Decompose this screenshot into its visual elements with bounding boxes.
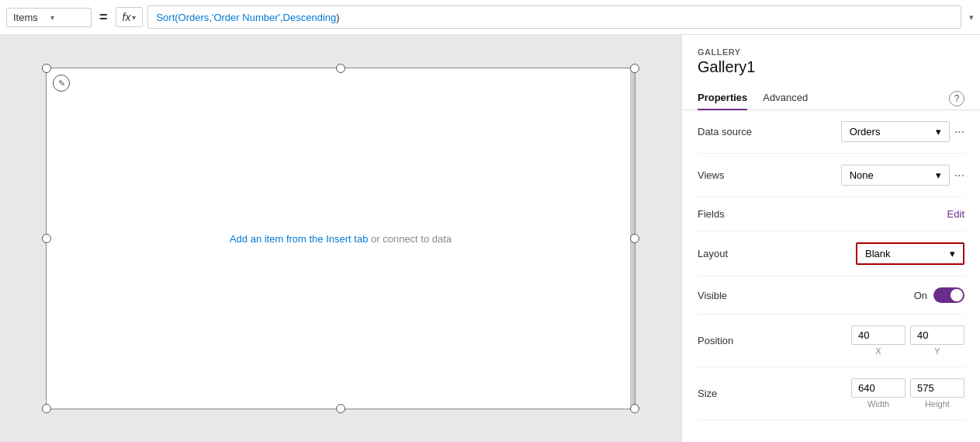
fx-button[interactable]: fx ▾ — [116, 7, 144, 27]
position-inputs: X Y — [791, 325, 964, 356]
position-x-input[interactable] — [851, 325, 906, 345]
properties-content: Data source Orders ▾ ··· Views None ▾ — [682, 110, 980, 442]
prop-row-datasource: Data source Orders ▾ ··· — [698, 110, 964, 154]
datasource-value: Orders — [850, 126, 881, 137]
views-dropdown[interactable]: None ▾ — [841, 165, 950, 186]
size-label: Size — [698, 388, 791, 399]
layout-dropdown[interactable]: Blank ▾ — [856, 242, 964, 265]
handle-middle-left[interactable] — [42, 234, 51, 243]
prop-row-fields: Fields Edit — [698, 197, 964, 231]
equals-sign: = — [96, 9, 111, 26]
datasource-dropdown[interactable]: Orders ▾ — [841, 121, 950, 142]
fx-label: fx — [123, 11, 131, 23]
tabs-row: Properties Advanced — [682, 85, 980, 110]
position-label: Position — [698, 335, 791, 346]
position-control: X Y — [791, 325, 964, 356]
position-x-label: X — [875, 346, 881, 356]
items-dropdown[interactable]: Items ▾ — [6, 8, 92, 27]
formula-close: ) — [336, 12, 339, 23]
fields-label: Fields — [698, 208, 791, 220]
gallery-placeholder: Add an item from the Insert tab or conne… — [230, 233, 452, 245]
size-width-label: Width — [867, 399, 889, 409]
gallery-widget[interactable]: ✎ Add an item from the Insert tab or con… — [46, 68, 635, 409]
fields-edit-link[interactable]: Edit — [947, 208, 964, 220]
panel-title: Gallery1 — [698, 58, 964, 76]
size-width-group: Width — [851, 378, 906, 409]
handle-bottom-left[interactable] — [42, 404, 51, 413]
visible-control: On — [791, 287, 964, 303]
prop-row-layout: Layout Blank ▾ — [698, 231, 964, 277]
size-height-label: Height — [925, 399, 950, 409]
layout-chevron-icon: ▾ — [950, 248, 955, 259]
position-y-input[interactable] — [910, 325, 964, 345]
layout-label: Layout — [698, 248, 791, 259]
datasource-label: Data source — [698, 126, 791, 137]
size-inputs: Width Height — [791, 378, 964, 409]
fields-control: Edit — [791, 208, 964, 220]
visible-toggle[interactable] — [933, 287, 964, 303]
prop-row-position: Position X Y — [698, 315, 964, 367]
tab-advanced[interactable]: Advanced — [763, 85, 808, 110]
handle-top-left[interactable] — [42, 64, 51, 73]
views-label: Views — [698, 169, 791, 181]
top-bar: Items ▾ = fx ▾ Sort( Orders, 'Order Numb… — [0, 0, 980, 35]
formula-bar-chevron-icon: ▾ — [969, 12, 974, 23]
fx-chevron-icon: ▾ — [132, 13, 136, 22]
formula-bar[interactable]: Sort( Orders, 'Order Number', Descending… — [147, 5, 961, 29]
right-panel: GALLERY Gallery1 ? Properties Advanced D… — [681, 35, 980, 442]
views-value: None — [850, 169, 874, 181]
formula-descending: Descending — [283, 12, 337, 23]
placeholder-link[interactable]: Add an item from the Insert tab — [230, 233, 368, 245]
main-content: ✎ Add an item from the Insert tab or con… — [0, 35, 980, 442]
prop-row-views: Views None ▾ ··· — [698, 154, 964, 197]
handle-top-center[interactable] — [336, 64, 345, 73]
size-height-group: Height — [910, 378, 964, 409]
layout-value: Blank — [865, 248, 891, 259]
size-height-input[interactable] — [910, 378, 964, 398]
formula-orders: Orders — [178, 12, 210, 23]
views-more-icon[interactable]: ··· — [954, 169, 964, 183]
prop-row-size: Size Width Height — [698, 367, 964, 420]
items-chevron-icon: ▾ — [50, 13, 85, 22]
visible-on-label: On — [914, 290, 927, 301]
tab-properties[interactable]: Properties — [698, 85, 747, 110]
position-x-group: X — [851, 325, 906, 356]
placeholder-plain: or connect to data — [368, 233, 452, 245]
panel-header: GALLERY Gallery1 — [682, 35, 980, 82]
size-control: Width Height — [791, 378, 964, 409]
views-chevron-icon: ▾ — [936, 169, 941, 181]
layout-control: Blank ▾ — [791, 242, 964, 265]
datasource-control: Orders ▾ ··· — [791, 121, 964, 142]
position-y-label: Y — [934, 346, 940, 356]
datasource-chevron-icon: ▾ — [936, 126, 941, 137]
handle-bottom-right[interactable] — [630, 404, 639, 413]
edit-icon[interactable]: ✎ — [53, 75, 70, 92]
help-button[interactable]: ? — [949, 91, 964, 106]
handle-middle-right[interactable] — [630, 234, 639, 243]
toggle-container: On — [914, 287, 964, 303]
views-control: None ▾ ··· — [791, 165, 964, 186]
canvas-area[interactable]: ✎ Add an item from the Insert tab or con… — [0, 35, 681, 442]
formula-order-number: 'Order Number' — [212, 12, 280, 23]
help-icon: ? — [954, 93, 960, 104]
size-width-input[interactable] — [851, 378, 906, 398]
handle-bottom-center[interactable] — [336, 404, 345, 413]
panel-header-wrapper: GALLERY Gallery1 ? — [682, 35, 980, 82]
datasource-more-icon[interactable]: ··· — [954, 125, 964, 139]
prop-row-visible: Visible On — [698, 277, 964, 315]
handle-top-right[interactable] — [630, 64, 639, 73]
position-y-group: Y — [910, 325, 964, 356]
formula-sort-keyword: Sort( — [156, 12, 178, 23]
panel-section-label: GALLERY — [698, 47, 964, 57]
items-label: Items — [13, 12, 47, 23]
visible-label: Visible — [698, 290, 791, 301]
